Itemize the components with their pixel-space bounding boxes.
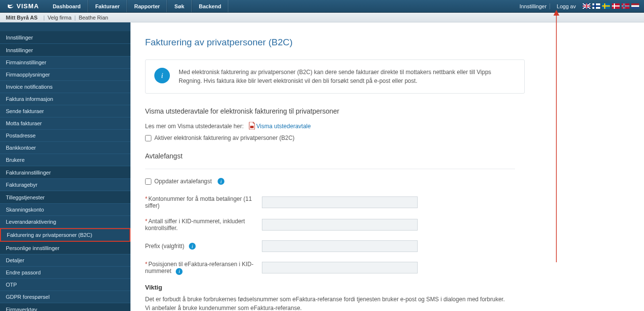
sidebar-item-brukere[interactable]: Brukere [0, 154, 130, 166]
svg-rect-9 [612, 5, 620, 6]
sidebar-item-skanningskonto[interactable]: Skanningskonto [0, 204, 130, 216]
svg-rect-16 [631, 5, 639, 7]
input-kontonummer[interactable] [262, 196, 418, 208]
svg-rect-15 [631, 3, 639, 5]
nav-tab-dashboard[interactable]: Dashboard [46, 0, 88, 12]
input-prefix[interactable] [262, 240, 418, 252]
input-position[interactable] [262, 262, 418, 273]
sidebar-item-invoice-notifications[interactable]: Invoice notifications [0, 81, 130, 93]
sidebar-item-bankkontoer[interactable]: Bankkontoer [0, 142, 130, 154]
input-kid-digits[interactable] [262, 219, 418, 231]
main-content: Fakturering av privatpersoner (B2C) i Me… [130, 22, 644, 311]
divider [145, 169, 515, 169]
row-kid-digits: *Antall siffer i KID-nummeret, inkludert… [145, 218, 418, 232]
nav-tab-sok[interactable]: Søk [167, 0, 191, 12]
sidebar-header-innstillinger-1[interactable]: Innstillinger [0, 31, 130, 44]
utstederavtale-link[interactable]: Visma utstederavtale [249, 123, 311, 130]
row-prefix: Prefix (valgfritt) i [145, 240, 418, 252]
sidebar-item-otp[interactable]: OTP [0, 279, 130, 291]
flag-nl-icon[interactable] [631, 3, 639, 9]
section-title-utstederavtale: Visma utstederavtale for elektronisk fak… [145, 107, 629, 115]
sidebar-item-sende-fakturaer[interactable]: Sende fakturaer [0, 105, 130, 117]
sidebar-item-endre-passord[interactable]: Endre passord [0, 267, 130, 279]
flag-no-icon[interactable] [622, 3, 629, 9]
top-logout-link[interactable]: Logg av [554, 3, 579, 9]
sidebar-item-detaljer[interactable]: Detaljer [0, 254, 130, 267]
activate-b2c-row: Aktiver elektronisk fakturering av priva… [145, 135, 629, 141]
info-callout: i Med elektronisk fakturering av privatp… [145, 59, 525, 94]
update-avtalefangst-checkbox[interactable] [145, 178, 151, 185]
sidebar-item-postadresse[interactable]: Postadresse [0, 130, 130, 142]
page-title: Fakturering av privatpersoner (B2C) [145, 37, 629, 48]
sidebar-header-tilleggstjenester[interactable]: Tilleggstjenester [0, 191, 130, 204]
sidebar-item-gdpr[interactable]: GDPR forespørsel [0, 291, 130, 303]
nav-tab-rapporter[interactable]: Rapporter [127, 0, 167, 12]
sidebar-item-leverandoraktivering[interactable]: Leverandøraktivering [0, 216, 130, 228]
sidebar-header-innstillinger-2[interactable]: Innstillinger [0, 44, 130, 57]
nav-tab-backend[interactable]: Backend [192, 0, 229, 12]
label-kontonummer: *Kontonummer for å motta betalinger (11 … [145, 195, 262, 209]
sidebar-item-firmainnstillinger[interactable]: Firmainnstillinger [0, 57, 130, 69]
important-heading: Viktig [145, 284, 629, 291]
info-icon: i [154, 68, 170, 83]
top-settings-link[interactable]: Innstillinger [516, 3, 550, 9]
pdf-icon [249, 122, 256, 130]
svg-rect-6 [602, 5, 610, 7]
breadcrumb-company[interactable]: Mitt Byrå AS [6, 15, 37, 20]
sidebar-item-fakturagebyr[interactable]: Fakturagebyr [0, 179, 130, 191]
sidebar: Innstillinger Innstillinger Firmainnstil… [0, 22, 130, 311]
svg-rect-14 [622, 6, 629, 7]
hint-icon[interactable]: i [218, 178, 224, 185]
brand-logo[interactable]: VISMA [0, 2, 46, 10]
svg-rect-18 [250, 126, 254, 128]
visma-swirl-icon [7, 2, 15, 10]
update-avtalefangst-label: Oppdater avtalefangst [154, 178, 212, 185]
brand-text: VISMA [17, 2, 39, 10]
row-kontonummer: *Kontonummer for å motta betalinger (11 … [145, 195, 418, 209]
row-position: *Posisjonen til eFaktura-referansen i KI… [145, 261, 418, 275]
flag-dk-icon[interactable] [612, 3, 620, 9]
flag-gb-icon[interactable] [583, 3, 590, 9]
breadcrumb: Mitt Byrå AS | Velg firma | Beathe Rian [0, 13, 644, 22]
nav-tab-fakturaer[interactable]: Fakturaer [88, 0, 127, 12]
language-flags [583, 3, 639, 9]
learn-more-line: Les mer om Visma utstederavtale her: Vis… [145, 122, 629, 130]
svg-rect-3 [592, 5, 600, 7]
label-kid-digits: *Antall siffer i KID-nummeret, inkludert… [145, 218, 262, 232]
hint-icon[interactable]: i [176, 268, 183, 275]
breadcrumb-user[interactable]: Beathe Rian [79, 15, 109, 20]
sidebar-header-firmaverktoy[interactable]: Firmaverktøy [0, 303, 130, 311]
info-text: Med elektronisk fakturering av privatper… [179, 68, 515, 85]
label-position: *Posisjonen til eFaktura-referansen i KI… [145, 261, 262, 275]
breadcrumb-choose-firm[interactable]: Velg firma [48, 15, 72, 20]
update-avtalefangst-row: Oppdater avtalefangst i [145, 178, 629, 185]
sidebar-item-motta-fakturaer[interactable]: Motta fakturaer [0, 117, 130, 130]
svg-rect-17 [631, 7, 639, 9]
sidebar-header-fakturainnstillinger[interactable]: Fakturainnstillinger [0, 166, 130, 179]
label-prefix: Prefix (valgfritt) i [145, 243, 262, 250]
sidebar-item-faktura-informasjon[interactable]: Faktura informasjon [0, 93, 130, 105]
topbar: VISMA Dashboard Fakturaer Rapporter Søk … [0, 0, 644, 13]
topbar-right: Innstillinger Logg av [516, 3, 644, 9]
section-title-avtalefangst: Avtalefangst [145, 152, 629, 160]
sidebar-item-firmaopplysninger[interactable]: Firmaopplysninger [0, 69, 130, 81]
layout: Innstillinger Innstillinger Firmainnstil… [0, 22, 644, 311]
activate-b2c-label: Aktiver elektronisk fakturering av priva… [154, 135, 294, 141]
flag-fi-icon[interactable] [592, 3, 600, 9]
hint-icon[interactable]: i [189, 243, 196, 250]
activate-b2c-checkbox[interactable] [145, 135, 151, 141]
sidebar-item-fakturering-b2c[interactable]: Fakturering av privatpersoner (B2C) [0, 228, 130, 242]
main-nav: Dashboard Fakturaer Rapporter Søk Backen… [46, 0, 228, 12]
flag-se-icon[interactable] [602, 3, 610, 9]
sidebar-header-personlige[interactable]: Personlige innstillinger [0, 242, 130, 254]
important-text: Det er forbudt å bruke forbrukernes føds… [145, 295, 505, 311]
